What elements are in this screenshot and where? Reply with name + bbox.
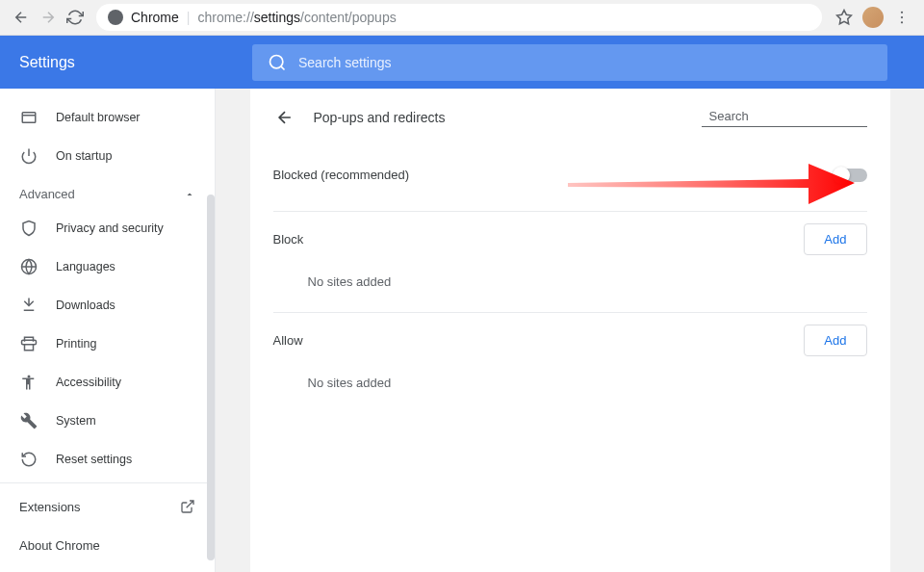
sidebar-item-label: Reset settings [56,453,195,466]
page-title: Pop-ups and redirects [314,110,702,125]
block-add-button[interactable]: Add [804,223,866,255]
back-nav-button[interactable] [8,4,35,31]
sidebar-scrollbar[interactable] [207,195,215,560]
extensions-label: Extensions [19,500,81,514]
star-icon [835,9,853,26]
forward-nav-button[interactable] [35,4,62,31]
more-vert-icon [893,9,911,26]
block-title: Block [273,232,304,247]
settings-header: Settings [0,36,924,89]
sidebar-item-extensions[interactable]: Extensions [0,487,215,526]
allow-add-button[interactable]: Add [804,325,866,356]
toggle-knob [833,167,850,184]
chevron-up-icon [184,189,195,200]
power-icon [19,146,38,166]
download-icon [19,296,38,315]
page-back-button[interactable] [273,106,296,129]
inline-search-input[interactable] [709,109,871,123]
advanced-label: Advanced [19,187,75,201]
sidebar-item-label: On startup [56,149,195,163]
arrow-right-icon [39,9,57,26]
url-protocol: chrome:// [197,10,253,25]
sidebar-item-accessibility[interactable]: Accessibility [0,363,215,402]
browser-toolbar: Chrome | chrome://settings/content/popup… [0,0,924,36]
sidebar-item-downloads[interactable]: Downloads [0,286,215,325]
bookmark-button[interactable] [830,3,859,32]
svg-point-4 [270,55,283,67]
sidebar-section-advanced[interactable]: Advanced [0,175,215,209]
settings-search-input[interactable] [298,55,872,70]
svg-rect-6 [22,113,36,123]
sidebar-item-label: Languages [56,260,195,273]
sidebar-item-label: Privacy and security [56,221,195,235]
sidebar-item-label: Default browser [56,111,195,124]
reload-icon [66,9,84,26]
sidebar-item-languages[interactable]: Languages [0,247,215,286]
sidebar-item-label: Accessibility [56,376,195,389]
browser-icon [19,108,38,127]
sidebar-item-label: System [56,414,195,428]
about-label: About Chrome [19,538,100,553]
search-icon [268,53,287,72]
allow-empty-text: No sites added [250,364,890,413]
shield-icon [19,219,38,238]
blocked-setting-row: Blocked (recommended) [250,139,890,211]
svg-marker-0 [837,11,852,24]
sidebar-item-label: Downloads [56,299,195,312]
browser-menu-button[interactable] [887,3,916,32]
svg-point-2 [901,16,903,18]
inline-search[interactable] [702,109,867,127]
block-empty-text: No sites added [250,263,890,312]
printer-icon [19,334,38,353]
avatar [862,7,884,28]
reload-button[interactable] [62,4,89,31]
main-content: Pop-ups and redirects Blocked (recommend… [216,89,924,572]
url-bold: settings [254,10,300,25]
blocked-toggle[interactable] [834,169,867,182]
globe-icon [19,257,38,276]
arrow-left-icon [13,9,30,26]
svg-point-12 [28,376,31,378]
chrome-icon [108,10,123,25]
sidebar-item-privacy[interactable]: Privacy and security [0,209,215,247]
svg-line-5 [281,65,285,69]
sidebar-item-about[interactable]: About Chrome [0,526,215,564]
restore-icon [19,450,38,469]
url-rest: /content/popups [300,10,397,25]
sidebar-item-printing[interactable]: Printing [0,325,215,363]
accessibility-icon [19,373,38,392]
allow-title: Allow [273,333,303,348]
url-prefix: Chrome [131,10,179,25]
sidebar-item-label: Printing [56,337,195,351]
sidebar-divider [0,482,215,483]
blocked-label: Blocked (recommended) [273,168,410,182]
page-header: Pop-ups and redirects [250,89,890,139]
url-separator: | [187,10,191,25]
svg-point-1 [901,12,903,13]
sidebar-item-default-browser[interactable]: Default browser [0,98,215,137]
sidebar-item-system[interactable]: System [0,402,215,440]
address-bar[interactable]: Chrome | chrome://settings/content/popup… [96,4,822,31]
sidebar-item-on-startup[interactable]: On startup [0,137,215,175]
profile-button[interactable] [859,3,887,32]
settings-title: Settings [19,54,252,71]
wrench-icon [19,411,38,430]
open-in-new-icon [180,499,195,514]
layout: Default browser On startup Advanced Priv… [0,89,924,572]
svg-point-3 [901,21,903,23]
block-section-header: Block Add [250,212,890,263]
allow-section-header: Allow Add [250,313,890,364]
content-card: Pop-ups and redirects Blocked (recommend… [250,89,890,572]
arrow-left-icon [275,108,295,127]
sidebar-item-reset[interactable]: Reset settings [0,440,215,479]
svg-rect-11 [25,345,34,351]
settings-search-box[interactable] [252,44,887,81]
sidebar: Default browser On startup Advanced Priv… [0,89,216,572]
